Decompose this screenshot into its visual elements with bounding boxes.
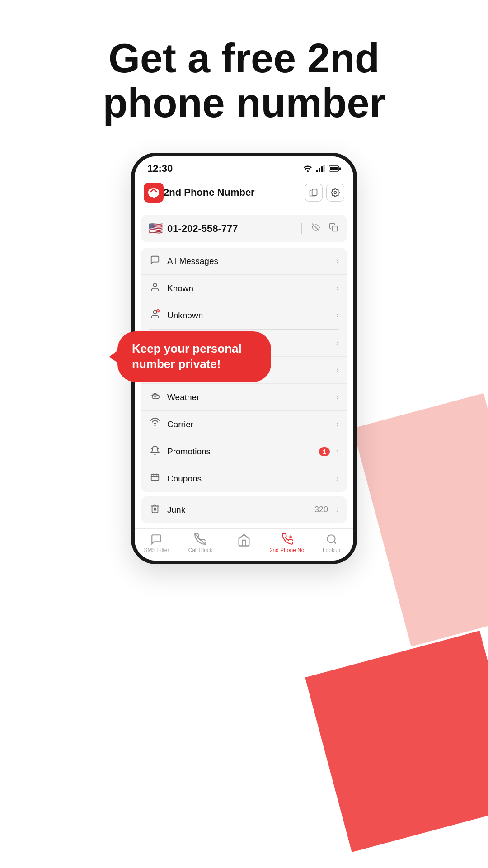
svg-point-26 <box>327 535 335 542</box>
category-promotions[interactable]: Promotions 1 › <box>141 438 347 465</box>
coupons-icon <box>149 472 161 485</box>
carrier-label: Carrier <box>167 420 330 429</box>
settings-button[interactable] <box>326 184 344 202</box>
app-header: 2nd Phone Number <box>135 178 353 208</box>
category-unknown[interactable]: Unknown › <box>141 302 347 329</box>
unknown-chevron: › <box>336 311 339 320</box>
nav-2nd-phone[interactable]: 2nd Phone No. <box>266 533 310 553</box>
divider <box>301 223 302 234</box>
promotions-badge: 1 <box>319 447 330 456</box>
nav-home[interactable] <box>222 533 266 553</box>
status-time: 12:30 <box>147 163 173 175</box>
bg-decoration-2 <box>305 631 488 852</box>
health-chevron: › <box>336 365 339 375</box>
call-block-label: Call Block <box>188 547 212 553</box>
copy-number-button[interactable] <box>327 221 340 236</box>
known-icon <box>149 282 161 294</box>
2nd-phone-label: 2nd Phone No. <box>270 547 306 553</box>
carrier-chevron: › <box>336 420 339 429</box>
nav-call-block[interactable]: Call Block <box>178 533 222 553</box>
all-messages-icon <box>149 255 161 267</box>
svg-rect-7 <box>330 167 338 170</box>
svg-rect-19 <box>151 475 159 481</box>
svg-rect-1 <box>316 170 318 172</box>
svg-line-16 <box>158 311 159 311</box>
junk-label: Junk <box>167 505 308 515</box>
headline-section: Get a free 2nd phone number <box>0 0 488 153</box>
hide-number-button[interactable] <box>309 222 323 236</box>
all-messages-label: All Messages <box>167 256 330 266</box>
svg-point-10 <box>334 192 337 194</box>
svg-point-17 <box>154 394 156 396</box>
signal-icon <box>316 165 325 172</box>
weather-label: Weather <box>167 392 330 402</box>
carrier-icon <box>149 418 161 430</box>
coupons-chevron: › <box>336 474 339 483</box>
category-known[interactable]: Known › <box>141 275 347 302</box>
unknown-icon <box>149 309 161 321</box>
known-label: Known <box>167 283 330 293</box>
junk-chevron: › <box>336 505 339 514</box>
wifi-icon <box>303 165 313 172</box>
svg-point-13 <box>153 283 156 287</box>
svg-rect-4 <box>323 165 325 172</box>
lookup-icon <box>326 533 338 545</box>
category-all-messages[interactable]: All Messages › <box>141 248 347 275</box>
app-logo <box>144 183 164 203</box>
battery-icon <box>329 165 341 172</box>
all-messages-chevron: › <box>336 256 339 266</box>
nav-sms-filter[interactable]: SMS Filter <box>135 533 178 553</box>
promotions-label: Promotions <box>167 447 313 457</box>
flag-icon: 🇺🇸 <box>148 222 163 236</box>
svg-rect-6 <box>339 167 341 170</box>
home-icon <box>237 533 251 547</box>
phone-number-display: 01-202-558-777 <box>167 223 294 235</box>
svg-rect-2 <box>319 168 320 172</box>
category-weather[interactable]: Weather › <box>141 384 347 411</box>
svg-rect-12 <box>333 226 338 231</box>
svg-point-14 <box>153 311 156 314</box>
headline-text: Get a free 2nd phone number <box>45 36 443 126</box>
nav-lookup[interactable]: Lookup <box>310 533 353 553</box>
sms-filter-icon <box>150 533 162 545</box>
coupons-label: Coupons <box>167 474 330 484</box>
category-carrier[interactable]: Carrier › <box>141 411 347 438</box>
known-chevron: › <box>336 283 339 293</box>
2nd-phone-icon <box>282 533 294 545</box>
call-block-icon <box>194 533 206 545</box>
bottom-nav: SMS Filter Call Block <box>135 528 353 561</box>
tooltip-bubble: Keep your personal number private! <box>117 331 271 382</box>
promotions-chevron: › <box>336 447 339 456</box>
svg-rect-3 <box>321 166 323 172</box>
category-coupons[interactable]: Coupons › <box>141 465 347 492</box>
status-icons <box>303 165 341 172</box>
lookup-label: Lookup <box>323 547 340 553</box>
junk-count: 320 <box>314 505 328 514</box>
unknown-label: Unknown <box>167 311 330 321</box>
junk-card[interactable]: Junk 320 › <box>141 496 347 523</box>
status-bar: 12:30 <box>135 156 353 178</box>
transactions-chevron: › <box>336 338 339 348</box>
svg-rect-9 <box>312 189 317 195</box>
sms-filter-label: SMS Filter <box>144 547 169 553</box>
svg-line-27 <box>334 542 336 544</box>
promotions-icon <box>149 445 161 458</box>
phone-mockup-wrapper: 12:30 <box>0 153 488 564</box>
phone-number-bar: 🇺🇸 01-202-558-777 <box>141 215 347 242</box>
weather-chevron: › <box>336 392 339 402</box>
junk-icon <box>149 504 161 516</box>
clipboard-button[interactable] <box>305 184 323 202</box>
svg-point-18 <box>155 425 155 426</box>
app-title: 2nd Phone Number <box>164 187 301 198</box>
svg-point-0 <box>307 170 309 172</box>
weather-icon <box>149 391 161 403</box>
tooltip-text: Keep your personal number private! <box>132 342 242 371</box>
